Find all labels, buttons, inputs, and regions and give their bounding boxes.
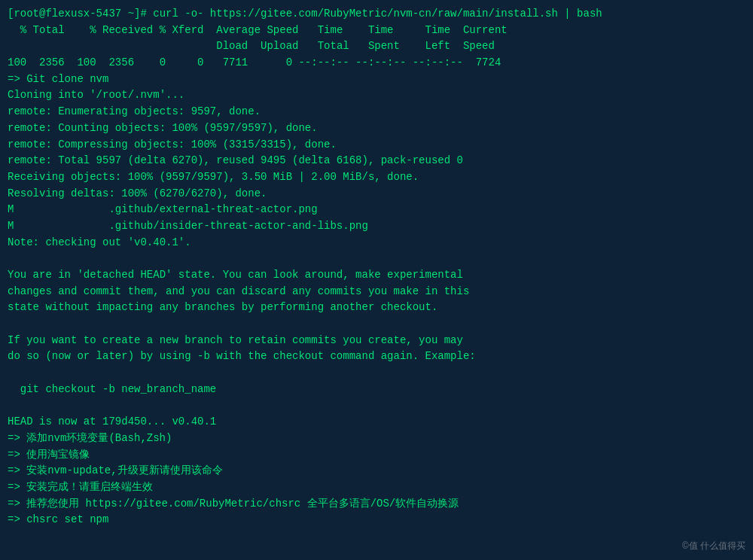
terminal-line [8, 251, 745, 267]
terminal-line: Dload Upload Total Spent Left Speed [8, 38, 745, 55]
terminal-line [8, 398, 745, 415]
terminal-line: remote: Enumerating objects: 9597, done. [8, 104, 745, 120]
terminal-line: remote: Counting objects: 100% (9597/959… [8, 120, 745, 137]
terminal-line: Receiving objects: 100% (9597/9597), 3.5… [8, 169, 745, 186]
terminal-line [8, 316, 745, 333]
terminal-line: => 使用淘宝镜像 [8, 447, 745, 464]
terminal-line: => chsrc set npm [8, 512, 745, 528]
terminal-line [8, 365, 745, 382]
terminal-line: changes and commit them, and you can dis… [8, 284, 745, 300]
terminal-line: Resolving deltas: 100% (6270/6270), done… [8, 186, 745, 202]
terminal-line: HEAD is now at 179d450... v0.40.1 [8, 414, 745, 431]
terminal-line: remote: Total 9597 (delta 6270), reused … [8, 153, 745, 169]
terminal-line: % Total % Received % Xferd Average Speed… [8, 23, 745, 39]
terminal-line: remote: Compressing objects: 100% (3315/… [8, 137, 745, 154]
terminal-line: M .github/external-threat-actor.png [8, 202, 745, 218]
terminal-output: [root@flexusx-5437 ~]# curl -o- https://… [8, 6, 745, 528]
terminal-line: => Git clone nvm [8, 72, 745, 88]
terminal-line: Note: checking out 'v0.40.1'. [8, 235, 745, 251]
watermark: ©值 什么值得买 [682, 540, 745, 552]
terminal-line: You are in 'detached HEAD' state. You ca… [8, 267, 745, 284]
terminal-line: => 安装完成！请重启终端生效 [8, 479, 745, 496]
terminal-line: Cloning into '/root/.nvm'... [8, 87, 745, 104]
terminal-window: [root@flexusx-5437 ~]# curl -o- https://… [0, 0, 753, 560]
terminal-line: => 添加nvm环境变量(Bash,Zsh) [8, 431, 745, 447]
terminal-line: state without impacting any branches by … [8, 300, 745, 316]
terminal-line: do so (now or later) by using -b with th… [8, 348, 745, 365]
terminal-line: => 推荐您使用 https://gitee.com/RubyMetric/ch… [8, 496, 745, 513]
terminal-line: M .github/insider-threat-actor-and-libs.… [8, 218, 745, 235]
terminal-line: git checkout -b new_branch_name [8, 382, 745, 398]
terminal-line: 100 2356 100 2356 0 0 7711 0 --:--:-- --… [8, 55, 745, 72]
terminal-line: If you want to create a new branch to re… [8, 333, 745, 349]
terminal-line: [root@flexusx-5437 ~]# curl -o- https://… [8, 6, 745, 23]
terminal-line: => 安装nvm-update,升级更新请使用该命令 [8, 463, 745, 479]
